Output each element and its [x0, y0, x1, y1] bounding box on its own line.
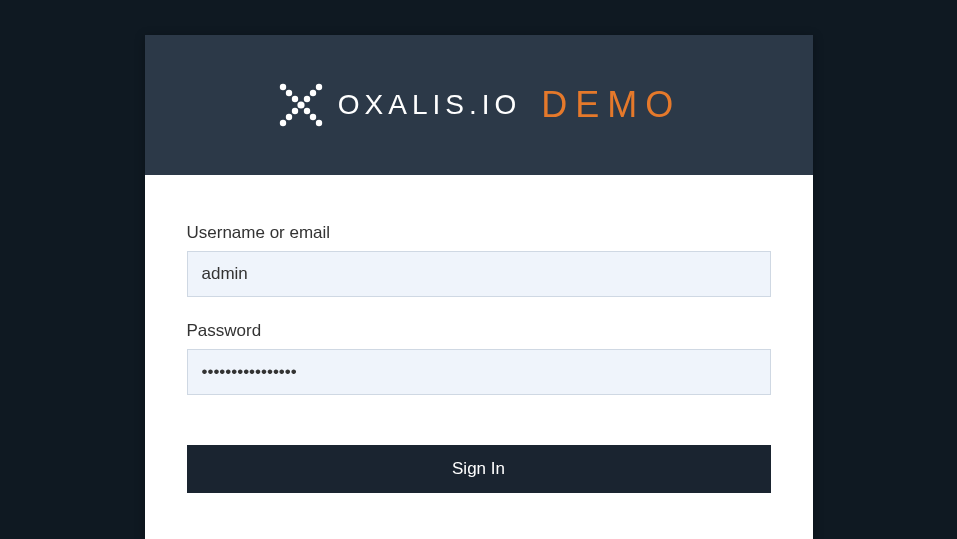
username-label: Username or email [187, 223, 771, 243]
oxalis-logo-icon [276, 80, 326, 130]
login-card: OXALIS.IO DEMO Username or email Passwor… [145, 35, 813, 539]
svg-point-3 [316, 84, 322, 90]
signin-button[interactable]: Sign In [187, 445, 771, 493]
username-input[interactable] [187, 251, 771, 297]
login-form: Username or email Password Sign In [145, 175, 813, 513]
username-group: Username or email [187, 223, 771, 297]
svg-point-12 [297, 101, 304, 108]
svg-point-11 [304, 108, 310, 114]
password-group: Password [187, 321, 771, 395]
svg-point-2 [292, 96, 298, 102]
svg-point-5 [304, 96, 310, 102]
svg-point-8 [292, 108, 298, 114]
password-label: Password [187, 321, 771, 341]
svg-point-7 [286, 114, 292, 120]
login-header: OXALIS.IO DEMO [145, 35, 813, 175]
password-input[interactable] [187, 349, 771, 395]
svg-point-0 [280, 84, 286, 90]
svg-point-6 [280, 120, 286, 126]
brand-suffix: DEMO [541, 84, 681, 126]
svg-point-1 [286, 90, 292, 96]
svg-point-4 [310, 90, 316, 96]
brand-name: OXALIS.IO [338, 89, 522, 121]
svg-point-10 [310, 114, 316, 120]
svg-point-9 [316, 120, 322, 126]
